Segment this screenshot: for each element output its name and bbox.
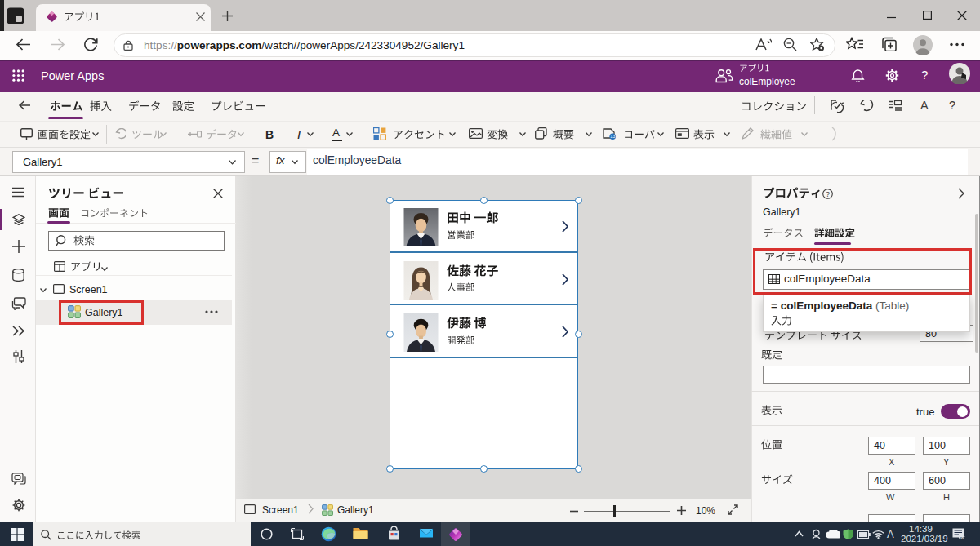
svg-text:9: 9	[960, 534, 964, 539]
svg-text:13: 13	[610, 134, 615, 139]
svg-text:?: ?	[826, 190, 830, 198]
